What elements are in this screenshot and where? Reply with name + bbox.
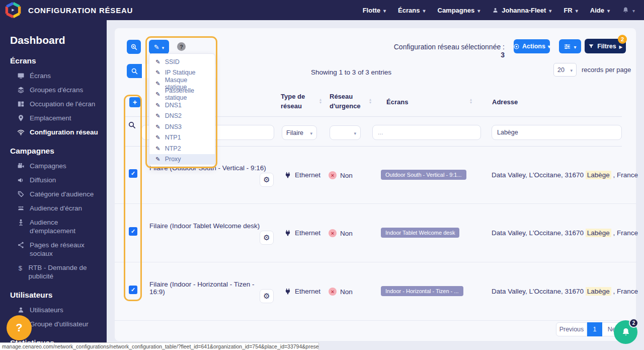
column-header-reseau-urgence[interactable]: Réseau d'urgence: [330, 92, 372, 111]
menu-item-ntp1[interactable]: NTP1: [149, 132, 215, 144]
screen-badge[interactable]: Outdoor South - Vertical - 9:1...: [381, 170, 466, 180]
pencil-icon: [155, 69, 160, 76]
filter-adresse-input[interactable]: [492, 125, 622, 140]
pencil-icon: [155, 91, 160, 98]
chevron-down-icon: [632, 6, 635, 15]
row-settings-button[interactable]: [260, 289, 274, 303]
sort-icon[interactable]: [319, 98, 321, 104]
sidebar-item-audience-emplacement[interactable]: Audience d'emplacement: [10, 218, 100, 235]
audience-icon: [17, 204, 25, 212]
filter-magnifier-icon[interactable]: [128, 121, 136, 129]
nav-notifications[interactable]: [622, 6, 635, 15]
tag-icon: [17, 190, 25, 198]
filter-type-select[interactable]: Filaire: [282, 125, 317, 140]
plug-icon: [284, 230, 291, 237]
monitor-icon: [17, 72, 25, 80]
menu-item-passerelle-statique[interactable]: Passerelle statique: [149, 89, 215, 100]
x-circle-icon: [329, 171, 337, 179]
selection-count: 3: [501, 51, 505, 59]
search-highlight: Labège: [586, 171, 611, 179]
nav-menu-campagnes[interactable]: Campagnes: [438, 7, 480, 14]
filter-urgence-select[interactable]: [330, 125, 361, 140]
menu-item-ntp2[interactable]: NTP2: [149, 143, 215, 154]
zoom-search-button[interactable]: [127, 40, 141, 54]
pagination-page-1[interactable]: 1: [587, 322, 602, 336]
sidebar-item-configuration-reseau[interactable]: Configuration réseau: [10, 128, 100, 136]
column-header-adresse[interactable]: Adresse: [492, 98, 518, 107]
screen-badge[interactable]: Indoor Tablet Welcome desk: [381, 228, 459, 238]
column-settings-button[interactable]: [559, 39, 581, 53]
pencil-icon: [155, 102, 160, 109]
table-search-button[interactable]: [127, 64, 142, 78]
megaphone-icon: [17, 176, 25, 184]
menu-item-proxy[interactable]: Proxy: [149, 154, 215, 165]
add-row-button[interactable]: +: [129, 97, 140, 107]
nav-menu-account[interactable]: Johanna-Fleet: [492, 7, 551, 14]
magnifier-plus-icon: [130, 43, 138, 51]
chevron-down-icon: [607, 7, 610, 14]
plug-icon: [284, 172, 291, 179]
row-settings-button[interactable]: [260, 231, 274, 245]
nav-menu-ecrans[interactable]: Écrans: [398, 7, 425, 14]
chevron-down-icon: [354, 129, 356, 136]
person-podium-icon: [17, 219, 25, 226]
cell-emergency-network: Non: [329, 229, 353, 237]
cell-network-type: Ethernet: [284, 171, 320, 179]
pencil-icon: [155, 156, 160, 163]
sidebar-item-campagnes[interactable]: Campagnes: [10, 162, 100, 170]
edit-columns-menu: SSID IP Statique Masque statique Passere…: [149, 53, 215, 167]
chevron-down-icon: [310, 129, 312, 136]
column-header-ecrans[interactable]: Écrans: [386, 98, 408, 107]
sidebar-item-diffusion[interactable]: Diffusion: [10, 176, 100, 184]
menu-item-dns2[interactable]: DNS2: [149, 111, 215, 122]
row-checkbox[interactable]: [129, 227, 137, 236]
sidebar-item-emplacement[interactable]: Emplacement: [10, 114, 100, 122]
chevron-down-icon: [549, 7, 551, 14]
cell-address: Data Valley, L'Occitane, 31670 Labège , …: [492, 229, 638, 237]
sidebar-section-utilisateurs: Utilisateurs: [10, 291, 107, 300]
cell-emergency-network: Non: [329, 171, 353, 179]
chevron-down-icon: [383, 7, 386, 14]
row-checkbox[interactable]: [129, 286, 137, 294]
chevron-down-icon: [570, 66, 573, 74]
sidebar-item-audience-ecran[interactable]: Audience d'écran: [10, 204, 100, 213]
layers-icon: [17, 86, 25, 94]
sidebar-item-rtb[interactable]: $RTB - Demande de publicité: [10, 263, 100, 281]
chevron-down-icon: [548, 43, 550, 50]
sort-icon[interactable]: [470, 98, 472, 104]
records-per-page-select[interactable]: 20: [553, 63, 577, 77]
nav-menu-language[interactable]: FR: [564, 7, 578, 14]
menu-item-ssid[interactable]: SSID: [149, 56, 215, 67]
edit-help-badge[interactable]: ?: [177, 42, 186, 51]
sidebar-item-ecrans[interactable]: Écrans: [10, 72, 100, 80]
sidebar-item-groupes-ecrans[interactable]: Groupes d'écrans: [10, 86, 100, 94]
sidebar-item-categorie-audience[interactable]: Catégorie d'audience: [10, 190, 100, 198]
row-checkbox[interactable]: [129, 169, 137, 178]
row-settings-button[interactable]: [260, 173, 274, 187]
actions-button[interactable]: Actions: [514, 39, 550, 53]
pencil-icon: [154, 43, 159, 51]
pagination-previous[interactable]: Previous: [556, 322, 587, 336]
nav-menu-flotte[interactable]: Flotte: [363, 7, 386, 14]
help-fab-button[interactable]: ?: [7, 315, 32, 340]
page-title: CONFIGURATION RÉSEAU: [28, 6, 133, 15]
pencil-icon: [155, 112, 160, 119]
filter-ecrans-input[interactable]: [372, 125, 481, 140]
chevron-down-icon: [574, 43, 576, 50]
chat-notification-badge: 2: [629, 318, 638, 328]
top-navbar: CONFIGURATION RÉSEAU Flotte Écrans Campa…: [0, 0, 644, 20]
menu-item-dns3[interactable]: DNS3: [149, 121, 215, 132]
sidebar-item-utilisateurs[interactable]: Utilisateurs: [10, 306, 100, 314]
records-per-page-label: records per page: [582, 66, 631, 74]
share-icon: [17, 241, 25, 249]
sidebar-title-dashboard[interactable]: Dashboard: [10, 34, 107, 46]
sidebar-item-occupation-ecran[interactable]: Occupation de l'écran: [10, 100, 100, 108]
screen-badge[interactable]: Indoor - Horizontal - Tizen - ...: [381, 286, 463, 296]
column-header-type-de-reseau[interactable]: Type de réseau: [281, 92, 317, 111]
nav-menu-aide[interactable]: Aide: [590, 7, 610, 14]
sidebar-section-ecrans: Écrans: [10, 56, 107, 65]
edit-columns-dropdown-button[interactable]: [149, 40, 169, 54]
search-highlight: Labège: [586, 287, 611, 296]
sidebar-item-pages-reseaux-sociaux[interactable]: Pages de réseaux sociaux: [10, 241, 100, 258]
sort-icon[interactable]: [369, 98, 371, 104]
